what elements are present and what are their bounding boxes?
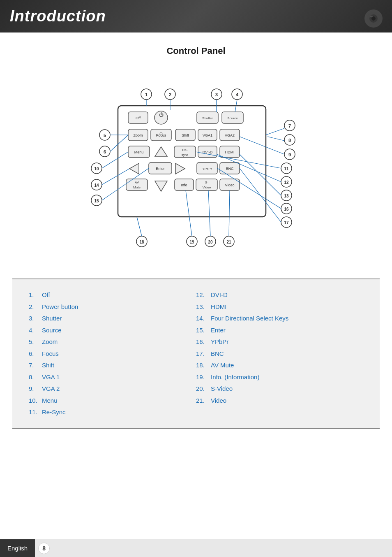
svg-text:S-: S-	[205, 181, 208, 184]
legend-item: 19.Info. (Information)	[196, 371, 363, 383]
legend-columns: 1.Off2.Power button3.Shutter4.Source5.Zo…	[29, 289, 363, 418]
svg-text:2: 2	[169, 92, 171, 97]
svg-text:Menu: Menu	[134, 150, 144, 154]
svg-text:15: 15	[94, 199, 99, 203]
svg-line-74	[266, 128, 284, 135]
svg-text:3: 3	[215, 92, 218, 97]
legend-item: 10.Menu	[29, 395, 196, 407]
svg-text:11: 11	[284, 167, 289, 171]
svg-text:14: 14	[94, 183, 99, 188]
svg-text:Re-: Re-	[182, 148, 188, 152]
svg-text:9: 9	[288, 152, 291, 157]
svg-text:Shift: Shift	[182, 133, 189, 137]
svg-text:HDMI: HDMI	[225, 150, 235, 154]
legend-item: 6.Focus	[29, 348, 196, 360]
svg-line-113	[208, 190, 210, 236]
legend-item: 14.Four Directional Select Keys	[196, 313, 363, 325]
svg-marker-46	[155, 181, 167, 191]
legend-item: 12.DVI-D	[196, 289, 363, 301]
svg-text:⏻: ⏻	[159, 112, 164, 117]
svg-text:Shutter: Shutter	[202, 116, 213, 120]
svg-line-107	[137, 217, 142, 236]
svg-text:Off: Off	[136, 116, 141, 120]
svg-text:1: 1	[145, 92, 148, 97]
legend-item: 11.Re-Sync	[29, 406, 196, 418]
svg-text:21: 21	[226, 240, 231, 244]
legend-item: 4.Source	[29, 325, 196, 337]
svg-marker-27	[155, 147, 167, 156]
legend-item: 18.AV Mute	[196, 360, 363, 371]
legend-item: 13.HDMI	[196, 301, 363, 313]
legend-col-right: 12.DVI-D13.HDMI14.Four Directional Selec…	[196, 289, 363, 418]
logo-icon	[351, 4, 384, 33]
diagram-svg: Off ⏻ Shutter Source Zoom Focus Shift VG…	[69, 65, 323, 262]
svg-text:Zoom: Zoom	[133, 133, 143, 137]
svg-text:13: 13	[284, 194, 289, 198]
svg-text:Source: Source	[227, 116, 238, 120]
svg-text:16: 16	[284, 207, 289, 211]
legend-item: 17.BNC	[196, 348, 363, 360]
svg-text:Video: Video	[203, 186, 211, 189]
legend-item: 5.Zoom	[29, 336, 196, 348]
svg-text:20: 20	[208, 240, 213, 244]
svg-point-4	[370, 16, 373, 17]
svg-text:8: 8	[288, 138, 291, 143]
svg-marker-38	[175, 163, 185, 174]
footer-page-number: 8	[38, 543, 50, 554]
svg-text:VGA2: VGA2	[225, 133, 235, 137]
legend-item: 1.Off	[29, 289, 196, 301]
svg-line-92	[240, 154, 281, 195]
svg-text:Mute: Mute	[133, 186, 141, 189]
svg-text:5: 5	[104, 133, 106, 138]
section-title: Control Panel	[0, 46, 392, 56]
svg-marker-35	[129, 163, 139, 174]
page-title: Introduction	[10, 7, 106, 25]
svg-text:Video: Video	[225, 183, 235, 187]
svg-text:VGA1: VGA1	[203, 133, 212, 137]
footer-language: English	[0, 539, 35, 557]
legend-item: 2.Power button	[29, 301, 196, 313]
svg-text:sync: sync	[182, 153, 188, 157]
svg-text:BNC: BNC	[226, 167, 234, 171]
legend-item: 7.Shift	[29, 360, 196, 371]
svg-line-116	[229, 190, 230, 236]
legend-item: 9.VGA 2	[29, 383, 196, 395]
svg-text:12: 12	[284, 180, 289, 185]
header: Introduction	[0, 0, 392, 32]
svg-line-71	[110, 135, 128, 151]
svg-text:AV: AV	[135, 181, 139, 184]
svg-text:18: 18	[139, 240, 144, 244]
legend-item: 21.Video	[196, 395, 363, 407]
svg-line-77	[267, 137, 284, 141]
svg-line-104	[240, 168, 281, 222]
legend-item: 3.Shutter	[29, 313, 196, 325]
control-panel-diagram: Off ⏻ Shutter Source Zoom Focus Shift VG…	[0, 65, 392, 270]
svg-text:4: 4	[236, 92, 239, 97]
legend-item: 16.YPbPr	[196, 336, 363, 348]
legend-item: 8.VGA 1	[29, 371, 196, 383]
svg-line-110	[186, 190, 192, 236]
svg-text:YPbPr: YPbPr	[202, 167, 212, 171]
svg-text:Info: Info	[181, 183, 187, 187]
svg-line-95	[102, 169, 129, 185]
legend-col-left: 1.Off2.Power button3.Shutter4.Source5.Zo…	[29, 289, 196, 418]
legend-container: 1.Off2.Power button3.Shutter4.Source5.Zo…	[12, 278, 380, 429]
svg-text:Enter: Enter	[156, 167, 165, 171]
legend-item: 20.S-Video	[196, 383, 363, 395]
svg-text:17: 17	[284, 220, 289, 225]
svg-text:10: 10	[94, 167, 99, 171]
svg-text:Focus: Focus	[156, 133, 166, 137]
footer: English 8	[0, 539, 392, 557]
svg-text:19: 19	[189, 240, 194, 244]
svg-text:7: 7	[288, 123, 291, 128]
svg-text:6: 6	[104, 149, 106, 154]
legend-item: 15.Enter	[196, 325, 363, 337]
